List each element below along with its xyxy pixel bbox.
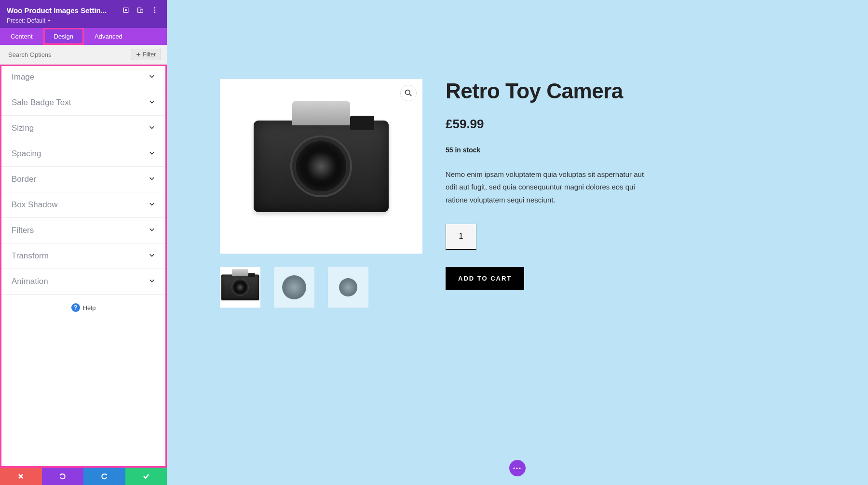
accordion-label: Filters [12, 226, 34, 235]
chevron-down-icon [149, 277, 155, 286]
accordion-label: Animation [12, 277, 48, 286]
help-icon: ? [71, 303, 80, 312]
accordion-list: Image Sale Badge Text Sizing Spacing Bor… [0, 65, 167, 468]
stock-status: 55 in stock [446, 146, 815, 154]
bottom-actions [0, 468, 167, 485]
add-to-cart-button[interactable]: ADD TO CART [446, 267, 524, 290]
accordion-spacing[interactable]: Spacing [0, 141, 167, 167]
builder-fab[interactable]: ••• [509, 460, 526, 476]
preview-canvas: Retro Toy Camera £59.99 55 in stock Nemo… [167, 0, 868, 485]
accordion-label: Spacing [12, 149, 41, 159]
product-layout: Retro Toy Camera £59.99 55 in stock Nemo… [220, 79, 815, 308]
thumbnail[interactable] [328, 267, 368, 308]
panel-title: Woo Product Images Settin... [7, 6, 117, 14]
chevron-down-icon [149, 175, 155, 184]
sidebar-header: Woo Product Images Settin... Preset: Def… [0, 0, 167, 28]
settings-sidebar: Woo Product Images Settin... Preset: Def… [0, 0, 167, 485]
accordion-label: Sale Badge Text [12, 98, 71, 108]
help-link[interactable]: ? Help [0, 295, 167, 321]
svg-point-1 [125, 10, 127, 11]
svg-point-11 [406, 90, 410, 95]
product-description: Nemo enim ipsam voluptatem quia voluptas… [446, 168, 648, 206]
svg-point-5 [154, 10, 156, 11]
accordion-box-shadow[interactable]: Box Shadow [0, 192, 167, 218]
preset-dropdown[interactable]: Preset: Default [7, 17, 160, 24]
chevron-down-icon [149, 201, 155, 209]
svg-point-6 [154, 12, 156, 13]
accordion-label: Box Shadow [12, 200, 57, 210]
accordion-label: Image [12, 72, 34, 82]
zoom-icon[interactable] [400, 85, 417, 101]
chevron-down-icon [149, 149, 155, 158]
filter-label: Filter [143, 51, 156, 58]
chevron-down-icon [149, 252, 155, 260]
tab-content[interactable]: Content [0, 28, 43, 45]
svg-rect-3 [141, 9, 143, 13]
help-label: Help [83, 304, 96, 311]
accordion-sale-badge-text[interactable]: Sale Badge Text [0, 90, 167, 116]
thumbnail[interactable] [220, 267, 260, 308]
accordion-label: Transform [12, 251, 49, 261]
preset-value: Default [27, 17, 45, 24]
accordion-border[interactable]: Border [0, 167, 167, 192]
expand-icon[interactable] [121, 5, 131, 15]
close-button[interactable] [0, 468, 42, 485]
undo-button[interactable] [42, 468, 84, 485]
svg-line-12 [409, 94, 411, 96]
product-gallery [220, 79, 422, 308]
camera-illustration [254, 121, 389, 212]
redo-button[interactable] [83, 468, 125, 485]
chevron-down-icon [149, 124, 155, 133]
chevron-down-icon [149, 73, 155, 81]
responsive-icon[interactable] [135, 5, 146, 15]
preset-label: Preset: [7, 17, 25, 24]
accordion-image[interactable]: Image [0, 65, 167, 90]
svg-point-4 [154, 7, 156, 9]
tab-advanced[interactable]: Advanced [84, 28, 133, 45]
chevron-down-icon [149, 226, 155, 235]
accordion-label: Border [12, 175, 36, 184]
product-details: Retro Toy Camera £59.99 55 in stock Nemo… [446, 79, 815, 290]
thumbnail-row [220, 267, 422, 308]
chevron-down-icon [149, 98, 155, 107]
main-product-image[interactable] [220, 79, 422, 254]
quantity-stepper[interactable] [446, 224, 476, 250]
dots-icon: ••• [513, 465, 522, 471]
search-row: Filter [0, 45, 167, 65]
svg-rect-2 [138, 8, 141, 12]
accordion-label: Sizing [12, 123, 34, 133]
settings-tabs: Content Design Advanced [0, 28, 167, 45]
accordion-animation[interactable]: Animation [0, 269, 167, 295]
product-title: Retro Toy Camera [446, 79, 815, 103]
save-button[interactable] [125, 468, 167, 485]
filter-button[interactable]: Filter [131, 49, 161, 60]
search-input[interactable] [6, 51, 127, 58]
product-price: £59.99 [446, 117, 815, 132]
accordion-filters[interactable]: Filters [0, 218, 167, 243]
thumbnail[interactable] [274, 267, 314, 308]
accordion-sizing[interactable]: Sizing [0, 116, 167, 141]
accordion-transform[interactable]: Transform [0, 243, 167, 269]
tab-design[interactable]: Design [43, 28, 84, 45]
more-icon[interactable] [149, 5, 160, 15]
